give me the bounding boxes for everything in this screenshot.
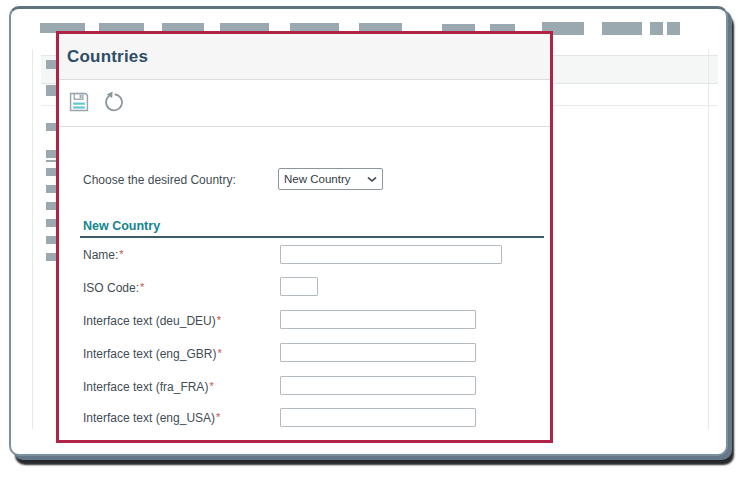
save-icon — [68, 91, 90, 116]
nav-item-redacted[interactable] — [602, 22, 642, 35]
refresh-button[interactable] — [101, 91, 125, 115]
interface-text-gbr-input[interactable] — [280, 343, 476, 362]
country-select[interactable]: New Country — [278, 168, 383, 190]
iso-code-label: ISO Code:* — [83, 281, 144, 295]
name-label: Name:* — [83, 248, 124, 262]
country-picker-label: Choose the desired Country: — [83, 173, 236, 187]
required-marker: * — [217, 347, 221, 359]
modal-body: Choose the desired Country: New Country … — [59, 127, 550, 439]
save-button[interactable] — [67, 91, 91, 115]
required-marker: * — [119, 248, 123, 260]
screenshot-stage: Countries — [0, 0, 742, 479]
modal-toolbar — [59, 80, 550, 127]
required-marker: * — [209, 380, 213, 392]
interface-text-deu-input[interactable] — [280, 310, 476, 329]
interface-text-usa-input[interactable] — [280, 408, 476, 427]
interface-text-deu-label: Interface text (deu_DEU)* — [83, 314, 221, 328]
interface-text-gbr-label: Interface text (eng_GBR)* — [83, 347, 222, 361]
section-title: New Country — [83, 219, 160, 233]
bg-panel-left-border — [32, 49, 33, 429]
page-title: Countries — [67, 47, 148, 67]
section-divider — [80, 236, 544, 238]
country-select-value: New Country — [284, 173, 350, 185]
interface-text-usa-label: Interface text (eng_USA)* — [83, 411, 220, 425]
required-marker: * — [140, 281, 144, 293]
chevron-down-icon — [367, 175, 377, 184]
nav-item-redacted[interactable] — [667, 22, 680, 35]
modal-header: Countries — [59, 34, 550, 80]
interface-text-fra-input[interactable] — [280, 376, 476, 395]
iso-code-input[interactable] — [280, 277, 318, 296]
countries-modal: Countries — [56, 31, 553, 443]
bg-panel-right-border — [708, 49, 709, 429]
required-marker: * — [216, 411, 220, 423]
required-marker: * — [217, 314, 221, 326]
nav-item-redacted[interactable] — [650, 22, 663, 35]
refresh-icon — [102, 91, 124, 116]
interface-text-fra-label: Interface text (fra_FRA)* — [83, 380, 214, 394]
name-input[interactable] — [280, 245, 502, 264]
